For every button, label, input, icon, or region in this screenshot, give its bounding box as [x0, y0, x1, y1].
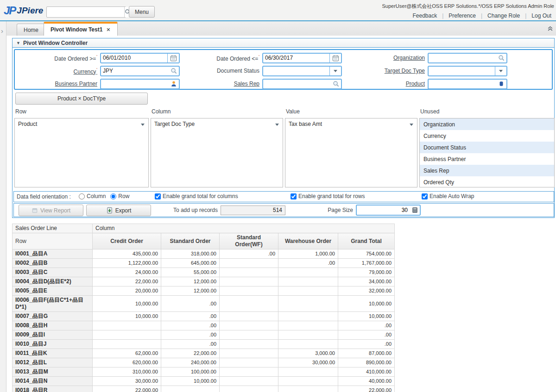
chevron-down-icon[interactable] — [275, 124, 279, 128]
header-link[interactable]: Change Role — [476, 12, 520, 19]
auto-wrap-checkbox[interactable] — [422, 193, 428, 199]
calendar-icon — [332, 55, 339, 62]
chevron-down-icon[interactable] — [141, 124, 145, 128]
auto-wrap-option[interactable]: Enable Auto Wrap — [422, 193, 474, 199]
organization-label[interactable]: Organization — [344, 55, 428, 61]
business-partner-input[interactable] — [101, 81, 169, 87]
date-ordered-from-input[interactable] — [101, 55, 167, 61]
target-doc-type-input[interactable] — [429, 68, 495, 74]
sales-rep-lookup-button[interactable] — [331, 81, 341, 87]
pivot-preset-button[interactable]: Product × DocTYpe — [15, 93, 148, 105]
global-search-input[interactable] — [47, 7, 124, 17]
orientation-column-option[interactable]: Column — [79, 193, 106, 199]
column-listbox-item[interactable]: Target Doc Type — [151, 118, 283, 130]
west-panel-collapsed[interactable]: › — [0, 21, 6, 392]
date-from-calendar-button[interactable] — [167, 54, 179, 62]
value-listbox-item[interactable]: Tax base Amt — [285, 118, 417, 130]
grand-total-cell: .00 — [338, 340, 395, 349]
product-lookup-button[interactable] — [496, 81, 506, 87]
row-panel-label: Row — [15, 108, 26, 115]
product-label[interactable]: Product — [344, 81, 428, 87]
target-doc-type-dropdown-button[interactable] — [495, 67, 506, 75]
grand-total-cell: 1,767,000.00 — [338, 259, 395, 268]
currency-label[interactable]: Currency — [17, 67, 100, 75]
tab-pivot-window-test1[interactable]: Pivot Window Test1 ✕ — [44, 22, 118, 36]
row-label-cell: I0002_品目B — [13, 259, 93, 268]
chevron-down-icon — [499, 70, 503, 74]
chevron-down-icon[interactable] — [410, 124, 413, 128]
grand-total-columns-checkbox[interactable] — [155, 193, 161, 199]
credit-order-cell: 62,000.00 — [93, 349, 161, 358]
orientation-row-option[interactable]: Row — [110, 193, 129, 199]
controller-title: Pivot Window Controller — [23, 40, 88, 46]
orientation-bar: Data field orientation : Column Row Enab… — [13, 191, 554, 202]
currency-field — [100, 66, 180, 76]
row-listbox-item[interactable]: Product — [15, 118, 148, 130]
standard-order-cell: .00 — [161, 340, 220, 349]
grand-total-cell: 79,000.00 — [338, 268, 395, 277]
target-doc-type-label[interactable]: Target Doc Type — [344, 68, 428, 74]
grand-total-rows-option[interactable]: Enable grand total for rows — [291, 193, 365, 199]
orientation-column-radio[interactable] — [79, 193, 85, 199]
currency-lookup-button[interactable] — [169, 68, 179, 75]
collapse-triangle-icon: ▼ — [16, 41, 20, 45]
export-button[interactable]: Export — [86, 205, 151, 216]
date-ordered-to-input[interactable] — [263, 55, 329, 61]
standard-order-wf-cell — [220, 349, 278, 358]
currency-input[interactable] — [101, 68, 169, 74]
page-size-calculator-button[interactable] — [410, 207, 420, 213]
organization-input[interactable] — [429, 55, 496, 61]
unused-field-item[interactable]: Document Status — [420, 142, 554, 153]
organization-lookup-button[interactable] — [496, 55, 506, 62]
unused-field-item[interactable]: Ordered Qty — [420, 176, 554, 187]
header-link[interactable]: Feedback — [412, 12, 437, 19]
standard-order-cell: 12,000.00 — [161, 277, 220, 286]
sales-rep-input[interactable] — [263, 81, 331, 87]
page-size-label: Page Size — [301, 207, 353, 213]
unused-field-item[interactable]: Currency — [420, 130, 554, 142]
grand-total-cell: 34,000.00 — [338, 277, 395, 286]
view-report-label: View Report — [40, 207, 70, 214]
credit-order-cell — [93, 330, 161, 340]
page-size-input[interactable] — [357, 207, 410, 213]
grand-total-rows-checkbox[interactable] — [291, 193, 297, 199]
header-link[interactable]: Log Out — [520, 12, 551, 19]
header-link[interactable]: Preference — [437, 12, 476, 19]
grand-total-columns-option[interactable]: Enable grand total for columns — [155, 193, 238, 199]
business-partner-label[interactable]: Business Partner — [17, 81, 100, 87]
tab-home[interactable]: Home — [17, 24, 45, 36]
pivot-window-controller: ▼ Pivot Window Controller Date Ordered >… — [12, 38, 555, 218]
value-selected-field: Tax base Amt — [289, 121, 322, 127]
sales-rep-label[interactable]: Sales Rep — [179, 81, 262, 87]
standard-order-wf-cell — [220, 286, 278, 296]
credit-order-cell: 10,000.00 — [93, 296, 161, 312]
chevron-down-icon — [334, 70, 337, 74]
tab-close-icon[interactable]: ✕ — [106, 27, 110, 33]
row-label-cell: I0006_品目F(品目C*1+品目D*1) — [13, 296, 93, 312]
controller-title-bar[interactable]: ▼ Pivot Window Controller — [13, 38, 554, 48]
collapse-all-icon[interactable] — [547, 25, 553, 33]
menu-button[interactable]: Menu — [129, 6, 155, 18]
document-status-dropdown-button[interactable] — [329, 67, 341, 75]
view-report-button[interactable]: View Report — [19, 205, 83, 216]
document-status-input[interactable] — [263, 68, 329, 74]
value-listbox: Tax base Amt — [285, 118, 417, 187]
standard-order-cell: .00 — [161, 321, 220, 330]
unused-field-item[interactable]: Sales Rep — [420, 165, 554, 176]
credit-order-cell — [93, 340, 161, 349]
credit-order-cell: 20,000.00 — [93, 286, 161, 296]
credit-order-cell: 30,000.00 — [93, 377, 161, 386]
date-ordered-from-label: Date Ordered >= — [17, 54, 100, 62]
business-partner-lookup-button[interactable] — [169, 81, 179, 87]
table-row: I0004_品目D(品目E*2) 22,000.00 12,000.00 34,… — [13, 277, 395, 286]
unused-field-item[interactable]: Business Partner — [420, 153, 554, 165]
grand-total-cell: .00 — [338, 321, 395, 330]
jpiere-logo[interactable]: JP JPiere — [4, 4, 43, 17]
table-row: I0002_品目B 1,122,000.00 645,000.00 .00 1,… — [13, 259, 395, 268]
date-to-calendar-button[interactable] — [329, 54, 341, 62]
orientation-row-radio[interactable] — [110, 193, 116, 199]
unused-field-item[interactable]: Organization — [420, 118, 554, 130]
product-input[interactable] — [429, 81, 496, 87]
credit-order-cell: 620,000.00 — [93, 358, 161, 367]
business-partner-field — [100, 79, 180, 89]
